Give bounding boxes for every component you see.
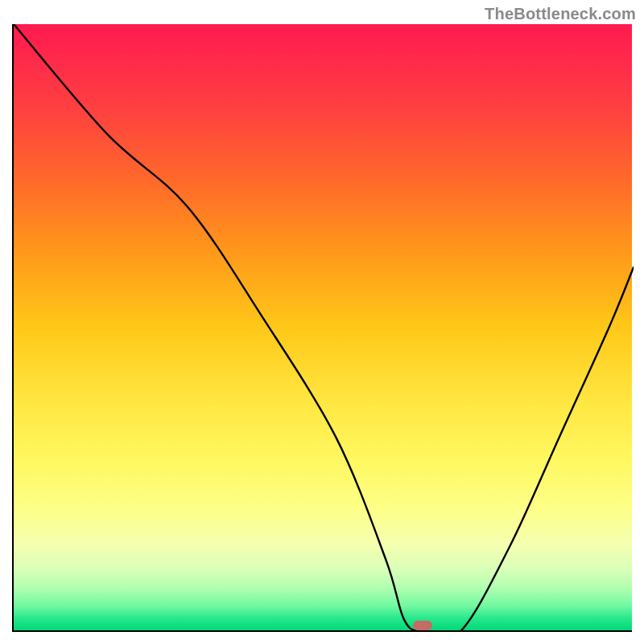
optimal-marker [413,621,432,630]
chart-container: TheBottleneck.com [0,0,644,644]
curve-layer [14,24,634,632]
plot-area [12,24,632,632]
bottleneck-curve-path [14,24,634,632]
watermark-text: TheBottleneck.com [485,5,636,23]
